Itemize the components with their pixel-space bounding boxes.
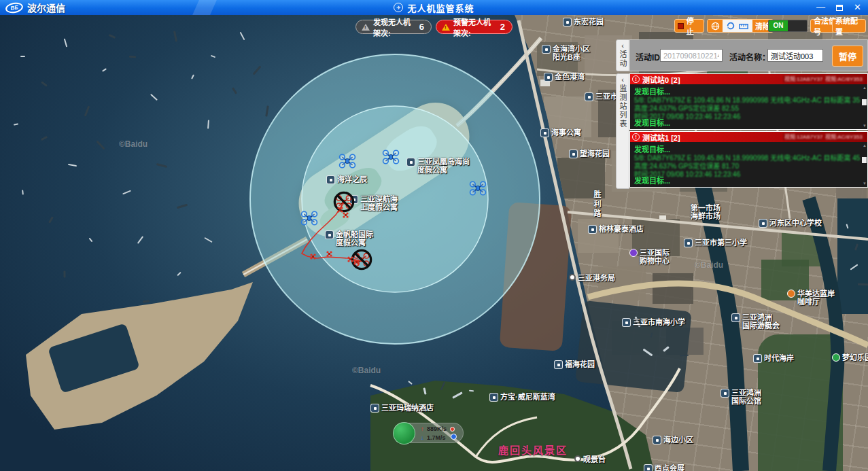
collapse-arrow-icon[interactable]: ‹ [621, 76, 624, 83]
mini-red-drone-marker[interactable] [347, 253, 353, 265]
brand: BE 波尔通信 [0, 1, 204, 14]
map-label: 海事公寓 [540, 128, 581, 137]
poi-building-icon [370, 404, 379, 413]
activity-collapse-tab[interactable]: ‹ 活动 [616, 39, 629, 71]
mini-red-drone-marker[interactable] [353, 256, 360, 268]
sanya-river-east [809, 198, 837, 471]
poi-building-icon [653, 436, 661, 444]
stations-collapse-tab[interactable]: ‹ 监测站列表 [616, 73, 629, 189]
station-name: 测试站0 [2] [642, 74, 680, 85]
scrollbar-up-icon[interactable]: ▲ [863, 86, 867, 90]
activity-name-label: 活动名称： [729, 51, 770, 63]
maximize-button[interactable] [836, 5, 843, 11]
station-header[interactable]: !测试站1 [2]视频:12AB7Y37视频:AC/8Y353 [630, 132, 867, 142]
map-label: 三亚港务局 [569, 274, 615, 282]
map-label: 海洋之辰 [326, 175, 367, 184]
activity-tab-label: 活动 [617, 50, 628, 68]
poi-dot-icon [569, 274, 576, 281]
map-label: 福海花园 [554, 360, 595, 369]
network-speed-widget[interactable]: ↑889K/s ↓1.7M/s [397, 423, 464, 443]
minimize-button[interactable]: — [816, 0, 825, 15]
map-label-text: 方宝·威尼斯蓝湾 [500, 393, 555, 401]
drone-marker[interactable] [469, 181, 487, 198]
map-label-text: 金色港湾 [555, 73, 585, 81]
station-body: 发现目标...5/8: DAB7Y679Z E 109.45.86 N 18.9… [630, 84, 867, 129]
station-name: 测试站1 [2] [642, 132, 680, 143]
stop-label: 停止 [687, 15, 701, 37]
telemetry-line-redacted: 高度:24.637% GPS定位误差 81.70 [634, 162, 861, 171]
pause-button[interactable]: 暂停 [832, 46, 863, 67]
map-label-text: 三亚玛瑞纳酒店 [381, 404, 434, 412]
map-label-text: 金帆船国际度假公寓 [336, 230, 373, 247]
globe-tool-button[interactable] [708, 20, 723, 32]
poi-building-icon [731, 313, 740, 322]
warned-drones-pill[interactable]: 预警无人机架次: 2 [436, 20, 513, 34]
telemetry-line-redacted: 高度:24.637% GPS定位误差 82.55 [634, 105, 861, 113]
poi-building-icon [326, 175, 335, 184]
stop-button[interactable]: 停止 [674, 19, 704, 33]
shengli-road [519, 20, 631, 469]
baidu-watermark: ©Baidu [695, 260, 723, 270]
activity-id-input[interactable] [660, 49, 723, 62]
map-label: 三亚市南海小学 [622, 318, 685, 327]
poi-building-icon [569, 150, 578, 158]
scrollbar-down-icon[interactable]: ▼ [863, 181, 867, 186]
station-card-0: !测试站0 [2]视频:12AB7Y37视频:AC/8Y353发现目标...5/… [629, 73, 868, 130]
activity-name-input[interactable] [767, 49, 823, 62]
station-warning-icon: ! [632, 75, 640, 83]
mini-red-drone-marker[interactable] [310, 250, 316, 262]
found-drones-pill[interactable]: 发现无人机架次: 6 [355, 20, 432, 34]
poi-building-icon [588, 225, 597, 234]
measure-icon[interactable] [739, 22, 749, 31]
map-label-text: 三亚鸿洲国际游艇会 [742, 313, 780, 330]
mini-red-drone-marker[interactable] [343, 209, 349, 221]
map-label-text: 海洋之辰 [337, 175, 367, 184]
system-config-button[interactable]: 系统配置 [832, 19, 866, 33]
scrollbar-up-icon[interactable]: ▲ [863, 143, 867, 147]
drone-marker[interactable] [382, 150, 400, 167]
scrollbar-down-icon[interactable]: ▼ [863, 124, 867, 128]
map-label: 三亚鸿洲国际公馆 [721, 389, 761, 405]
map-label-text: 三亚国际购物中心 [640, 249, 670, 265]
poi-building-icon [540, 128, 549, 137]
map-label: 三亚鸿洲国际游艇会 [731, 313, 780, 330]
found-target-label: 发现目标... [634, 143, 861, 154]
close-button[interactable]: ✕ [854, 0, 861, 15]
poi-building-icon [554, 360, 563, 369]
refresh-icon[interactable] [726, 21, 735, 31]
map-label: 海边小区 [653, 436, 693, 444]
map-label-text: 三亚深航海上度假公寓 [360, 195, 398, 211]
map-label-text: 观景台 [583, 455, 606, 464]
mini-red-drone-marker[interactable] [326, 247, 332, 260]
alert-icon [442, 24, 450, 31]
map-label: 胜利路 [593, 190, 601, 219]
poi-cafe-icon [787, 290, 795, 298]
map-label: 三亚凤凰岛海尚度假公寓 [406, 158, 470, 174]
speed-widget-ball-icon[interactable] [393, 422, 415, 444]
found-target-label: 发现目标... [634, 117, 670, 128]
station-badge-2: 视频:AC/8Y353 [824, 75, 865, 83]
map-tools-group: 清除 [707, 19, 774, 33]
scrollbar-thumb[interactable] [862, 157, 867, 163]
poi-building-icon [489, 393, 498, 402]
download-arrow-icon: ↓ [421, 434, 427, 442]
map-label: 金色港湾 [544, 73, 585, 82]
scrollbar-thumb[interactable] [862, 99, 867, 105]
app-drone-icon: ✈ [394, 3, 403, 12]
drone-marker[interactable] [338, 154, 356, 171]
map-label: 观景台 [574, 455, 606, 464]
legal-signal-toggle[interactable]: ON [768, 20, 808, 32]
window-titlebar: BE 波尔通信 ✈ 无人机监管系统 — ✕ [0, 0, 868, 15]
map-label-text: 榕林豪泰酒店 [599, 225, 644, 233]
company-logo-icon: BE [5, 1, 24, 14]
map-label: 金帆船国际度假公寓 [325, 230, 373, 247]
map-label-text: 第一市场海鲜市场 [691, 204, 721, 220]
poi-building-icon [684, 239, 693, 247]
brand-name: 波尔通信 [27, 1, 65, 14]
station-warning-icon: ! [632, 133, 640, 141]
stations-panel: ‹ 监测站列表 !测试站0 [2]视频:12AB7Y37视频:AC/8Y353发… [616, 73, 868, 189]
drone-marker[interactable] [300, 211, 318, 228]
collapse-arrow-icon[interactable]: ‹ [621, 42, 624, 49]
poi-mall-icon [629, 249, 638, 257]
station-header[interactable]: !测试站0 [2]视频:12AB7Y37视频:AC/8Y353 [630, 74, 867, 84]
